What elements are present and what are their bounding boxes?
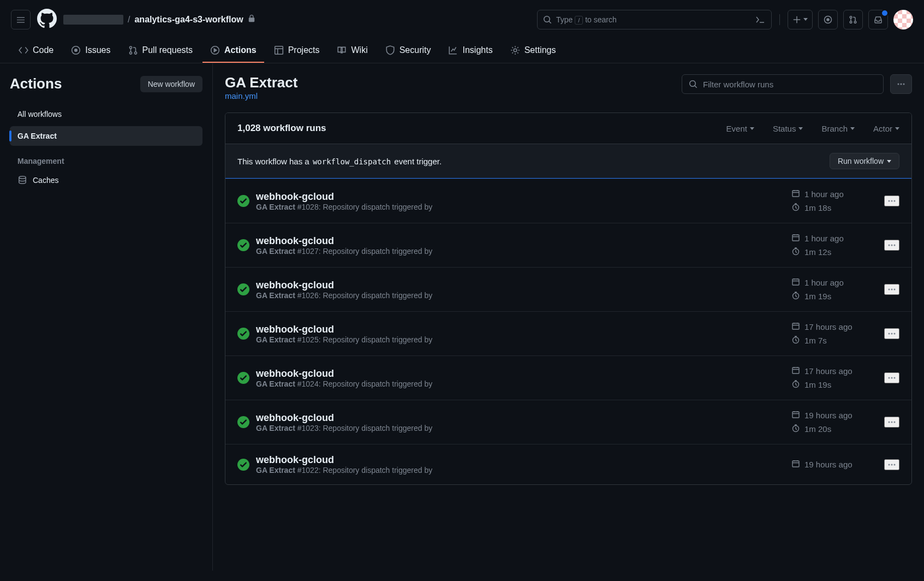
svg-point-40 (894, 333, 896, 335)
calendar-icon (791, 277, 800, 288)
chevron-down-icon (750, 127, 754, 130)
tab-issues[interactable]: Issues (63, 39, 118, 63)
tab-projects[interactable]: Projects (266, 39, 327, 63)
run-title-link[interactable]: webhook-gcloud (256, 412, 334, 423)
filter-branch[interactable]: Branch (821, 124, 855, 133)
workflow-run-row: webhook-gcloud GA Extract #1027: Reposit… (225, 223, 911, 267)
stopwatch-icon (791, 203, 800, 213)
svg-point-14 (898, 84, 899, 85)
svg-point-45 (891, 377, 893, 379)
calendar-icon (791, 459, 800, 470)
svg-rect-30 (792, 279, 799, 285)
workflow-file-link[interactable]: main.yml (225, 91, 258, 100)
filter-status[interactable]: Status (773, 124, 803, 133)
sidebar-all-workflows[interactable]: All workflows (10, 104, 202, 124)
status-success-icon (237, 328, 249, 340)
sidebar-caches[interactable]: Caches (10, 170, 202, 191)
filter-input[interactable] (703, 80, 877, 89)
calendar-icon (791, 366, 800, 376)
filter-actor[interactable]: Actor (873, 124, 899, 133)
run-title-link[interactable]: webhook-gcloud (256, 235, 334, 246)
run-menu-button[interactable] (884, 284, 899, 295)
runs-count: 1,028 workflow runs (237, 123, 326, 134)
svg-point-56 (891, 464, 893, 465)
run-timestamp: 19 hours ago (791, 459, 873, 470)
tab-code[interactable]: Code (11, 39, 61, 63)
filter-event[interactable]: Event (726, 124, 754, 133)
run-subtitle: GA Extract #1024: Repository dispatch tr… (256, 380, 791, 388)
workflow-menu-button[interactable] (890, 74, 912, 94)
management-heading: Management (10, 148, 202, 170)
actions-title: Actions (10, 75, 62, 92)
svg-rect-18 (792, 191, 799, 197)
status-success-icon (237, 372, 249, 384)
svg-point-12 (514, 49, 517, 52)
status-success-icon (237, 416, 249, 428)
run-title-link[interactable]: webhook-gcloud (256, 324, 334, 335)
tab-wiki[interactable]: Wiki (329, 39, 375, 63)
calendar-icon (791, 322, 800, 332)
user-avatar[interactable] (893, 10, 913, 29)
workflow-run-row: webhook-gcloud GA Extract #1028: Reposit… (225, 179, 911, 223)
chevron-down-icon (803, 18, 808, 21)
chevron-down-icon (850, 127, 855, 130)
svg-point-1 (827, 19, 829, 21)
workflow-title: GA Extract (225, 74, 297, 91)
svg-point-3 (850, 21, 852, 23)
run-menu-button[interactable] (884, 240, 899, 251)
stopwatch-icon (791, 335, 800, 346)
github-logo[interactable] (37, 9, 57, 30)
workflow-run-row: webhook-gcloud GA Extract #1025: Reposit… (225, 311, 911, 355)
run-menu-button[interactable] (884, 417, 899, 428)
run-title-link[interactable]: webhook-gcloud (256, 368, 334, 379)
owner-name[interactable] (63, 15, 123, 25)
calendar-icon (791, 410, 800, 420)
run-duration: 1m 12s (791, 247, 873, 257)
svg-point-57 (894, 464, 896, 465)
run-timestamp: 1 hour ago (791, 277, 873, 288)
svg-point-55 (889, 464, 890, 465)
svg-rect-54 (792, 461, 799, 467)
workflow-run-row: webhook-gcloud GA Extract #1022: Reposit… (225, 444, 911, 484)
svg-point-9 (134, 52, 136, 54)
search-icon (689, 80, 698, 88)
breadcrumb: / analytics-ga4-s3-workflow (63, 15, 255, 25)
issue-icon (824, 15, 832, 24)
dispatch-text: This workflow has a workflow_dispatch ev… (237, 157, 442, 166)
svg-point-34 (894, 289, 896, 290)
run-menu-button[interactable] (884, 459, 899, 470)
svg-rect-48 (792, 412, 799, 418)
sidebar-workflow-ga-extract[interactable]: GA Extract (10, 126, 202, 146)
tab-settings[interactable]: Settings (503, 39, 564, 63)
hamburger-menu[interactable] (11, 10, 31, 29)
run-timestamp: 17 hours ago (791, 366, 873, 376)
run-menu-button[interactable] (884, 328, 899, 339)
tab-security[interactable]: Security (378, 39, 439, 63)
svg-point-51 (891, 422, 893, 423)
svg-point-50 (889, 422, 890, 423)
run-duration: 1m 18s (791, 203, 873, 213)
new-workflow-button[interactable]: New workflow (140, 76, 202, 92)
issues-button[interactable] (818, 10, 838, 29)
repo-name[interactable]: analytics-ga4-s3-workflow (134, 15, 243, 25)
global-search[interactable]: Type / to search (537, 10, 772, 29)
create-new-button[interactable] (788, 10, 813, 29)
svg-point-22 (894, 200, 896, 202)
notifications-button[interactable] (868, 10, 888, 29)
svg-point-6 (75, 49, 78, 52)
svg-point-7 (129, 46, 132, 49)
run-title-link[interactable]: webhook-gcloud (256, 280, 334, 290)
tab-pull-requests[interactable]: Pull requests (121, 39, 201, 63)
run-subtitle: GA Extract #1025: Repository dispatch tr… (256, 335, 791, 344)
run-title-link[interactable]: webhook-gcloud (256, 454, 334, 465)
tab-insights[interactable]: Insights (440, 39, 500, 63)
run-timestamp: 1 hour ago (791, 233, 873, 244)
run-title-link[interactable]: webhook-gcloud (256, 191, 334, 202)
run-menu-button[interactable] (884, 372, 899, 383)
tab-actions[interactable]: Actions (202, 39, 264, 63)
run-workflow-button[interactable]: Run workflow (830, 153, 899, 169)
filter-workflow-runs[interactable] (682, 74, 884, 94)
pull-requests-button[interactable] (843, 10, 863, 29)
run-menu-button[interactable] (884, 195, 899, 206)
run-subtitle: GA Extract #1028: Repository dispatch tr… (256, 203, 791, 211)
